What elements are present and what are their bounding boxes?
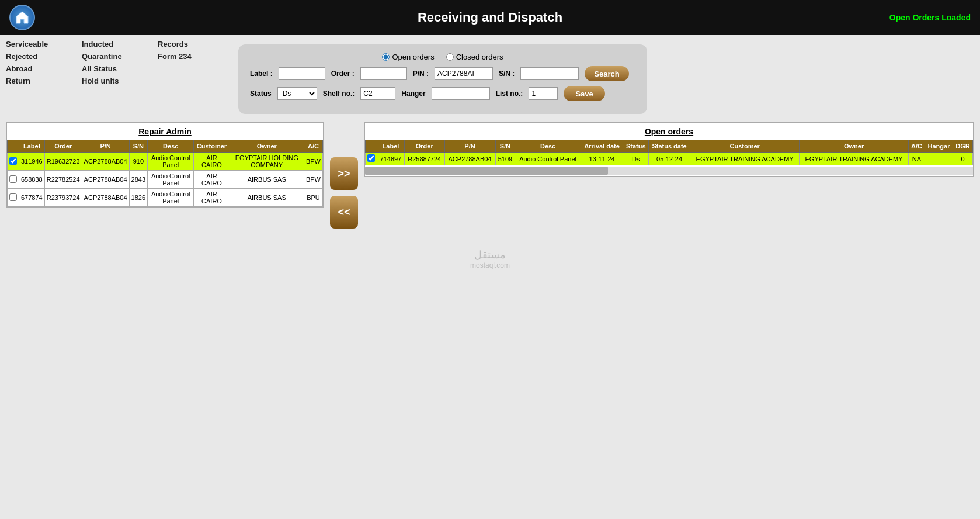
filter-row-1: Label : Order : P/N : S/N : Search <box>250 66 635 81</box>
left-row-sn: 2843 <box>129 171 147 189</box>
radio-closed-input[interactable] <box>446 53 454 61</box>
right-row-check[interactable] <box>366 153 377 165</box>
nav-rejected[interactable]: Rejected <box>6 52 82 61</box>
nav-return[interactable]: Return <box>6 77 82 85</box>
left-row-desc: Audio Control Panel <box>148 171 194 189</box>
sn-label: S/N : <box>499 70 515 78</box>
right-row-arrival: 13-11-24 <box>581 153 623 165</box>
left-row-owner: AIRBUS SAS <box>230 171 304 189</box>
radio-open-input[interactable] <box>382 53 390 61</box>
nav-abroad[interactable]: Abroad <box>6 64 82 73</box>
right-table: Label Order P/N S/N Desc Arrival date St… <box>365 140 973 165</box>
left-col-customer: Customer <box>194 140 230 153</box>
right-col-dgr: DGR <box>953 140 973 153</box>
left-row-owner: EGYPTAIR HOLDING COMPANY <box>230 153 304 171</box>
nav-hold-units[interactable]: Hold units <box>82 77 158 85</box>
right-row-order: R25887724 <box>404 153 444 165</box>
left-row-check[interactable] <box>8 153 19 171</box>
app-title: Receiving and Dispatch <box>418 10 562 25</box>
order-input[interactable] <box>360 67 407 80</box>
left-table-row[interactable]: 677874 R23793724 ACP2788AB04 1826 Audio … <box>8 189 323 207</box>
left-row-ac: BPW <box>304 171 322 189</box>
left-col-pn: P/N <box>82 140 129 153</box>
radio-closed-orders[interactable]: Closed orders <box>446 53 503 61</box>
label-label: Label : <box>250 70 273 78</box>
left-row-order: R22782524 <box>44 171 82 189</box>
left-row-pn: ACP2788AB04 <box>82 153 129 171</box>
order-label: Order : <box>331 70 355 78</box>
left-col-check <box>8 140 19 153</box>
left-row-label: 658838 <box>19 171 45 189</box>
hanger-input[interactable] <box>432 87 490 100</box>
left-row-owner: AIRBUS SAS <box>230 189 304 207</box>
radio-open-orders[interactable]: Open orders <box>382 53 434 61</box>
search-button[interactable]: Search <box>585 66 628 81</box>
left-row-sn: 1826 <box>129 189 147 207</box>
nav-form234[interactable]: Form 234 <box>158 52 234 61</box>
hanger-label: Hanger <box>401 89 425 98</box>
left-row-check[interactable] <box>8 189 19 207</box>
right-row-sn: 5109 <box>495 153 515 165</box>
radio-open-label: Open orders <box>392 53 434 61</box>
app-header: Receiving and Dispatch Open Orders Loade… <box>0 0 980 35</box>
watermark-latin: mostaql.com <box>12 261 968 269</box>
left-table-row[interactable]: 658838 R22782524 ACP2788AB04 2843 Audio … <box>8 171 323 189</box>
nav-col-3: Records Form 234 <box>158 40 234 85</box>
nav-all-status[interactable]: All Status <box>82 64 158 73</box>
left-checkbox-1[interactable] <box>9 175 17 183</box>
left-row-desc: Audio Control Panel <box>148 153 194 171</box>
right-row-hangar <box>925 153 953 165</box>
shelf-input[interactable] <box>360 87 395 100</box>
pn-label: P/N : <box>413 70 429 78</box>
list-label: List no.: <box>496 89 523 98</box>
left-row-sn: 910 <box>129 153 147 171</box>
right-table-row[interactable]: 714897 R25887724 ACP2788AB04 5109 Audio … <box>366 153 973 165</box>
save-button[interactable]: Save <box>564 86 604 101</box>
right-row-dgr: 0 <box>953 153 973 165</box>
right-col-desc: Desc <box>515 140 581 153</box>
left-col-label: Label <box>19 140 45 153</box>
nav-wrapper: Serviceable Rejected Abroad Return Induc… <box>6 40 234 85</box>
pn-input[interactable] <box>435 67 493 80</box>
right-row-status: Ds <box>623 153 649 165</box>
nav-records[interactable]: Records <box>158 40 234 49</box>
right-col-status: Status <box>623 140 649 153</box>
nav-quarantine[interactable]: Quarantine <box>82 52 158 61</box>
content-area: Repair Admin Label Order P/N S/N Desc Cu… <box>0 114 980 237</box>
right-panel-scroll[interactable]: Label Order P/N S/N Desc Arrival date St… <box>365 140 973 165</box>
right-row-label: 714897 <box>377 153 405 165</box>
shelf-label: Shelf no.: <box>323 89 355 98</box>
left-row-check[interactable] <box>8 171 19 189</box>
right-col-owner: Owner <box>800 140 909 153</box>
left-table-row[interactable]: 311946 R19632723 ACP2788AB04 910 Audio C… <box>8 153 323 171</box>
nav-inducted[interactable]: Inducted <box>82 40 158 49</box>
backward-button[interactable]: << <box>330 196 358 229</box>
status-label: Status <box>250 89 272 98</box>
left-panel-title: Repair Admin <box>7 123 323 140</box>
status-select[interactable]: Ds Open Closed <box>277 87 317 100</box>
right-checkbox-0[interactable] <box>367 154 375 162</box>
right-panel: Open orders Label Order P/N S/N Desc Arr… <box>364 122 974 177</box>
left-checkbox-0[interactable] <box>9 157 17 165</box>
left-row-pn: ACP2788AB04 <box>82 171 129 189</box>
forward-button[interactable]: >> <box>330 157 358 190</box>
left-row-customer: AIR CAIRO <box>194 189 230 207</box>
label-input[interactable] <box>279 67 325 80</box>
left-row-customer: AIR CAIRO <box>194 153 230 171</box>
left-row-label: 311946 <box>19 153 45 171</box>
right-col-check <box>366 140 377 153</box>
nav-serviceable[interactable]: Serviceable <box>6 40 82 49</box>
list-input[interactable] <box>529 87 558 100</box>
right-row-owner: EGYPTAIR TRAINING ACADEMY <box>800 153 909 165</box>
left-checkbox-2[interactable] <box>9 193 17 201</box>
home-logo[interactable] <box>9 5 35 30</box>
left-row-pn: ACP2788AB04 <box>82 189 129 207</box>
right-row-pn: ACP2788AB04 <box>444 153 495 165</box>
right-scrollbar-track[interactable] <box>365 167 973 175</box>
left-row-ac: BPU <box>304 189 322 207</box>
filter-row-2: Status Ds Open Closed Shelf no.: Hanger … <box>250 86 635 101</box>
sn-input[interactable] <box>520 67 579 80</box>
left-table: Label Order P/N S/N Desc Customer Owner … <box>7 140 323 207</box>
radio-closed-label: Closed orders <box>456 53 503 61</box>
filter-panel: Open orders Closed orders Label : Order … <box>238 44 647 114</box>
